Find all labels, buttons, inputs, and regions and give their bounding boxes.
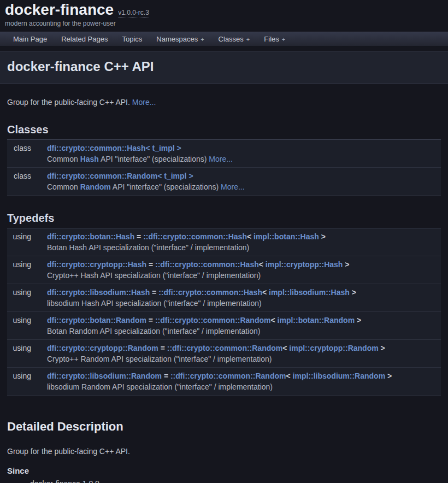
- typedef-entry: using dfi::crypto::botan::Hash = ::dfi::…: [7, 228, 441, 256]
- typedef-description: Crypto++ Random API specialization ("int…: [47, 355, 441, 363]
- class-template-args: < t_impl >: [145, 144, 181, 152]
- typedef-prototype: dfi::crypto::libsodium::Hash = ::dfi::cr…: [47, 288, 441, 297]
- typedef-name-link[interactable]: dfi::crypto::cryptopp::Hash: [47, 260, 146, 269]
- typedef-name-link[interactable]: dfi::crypto::libsodium::Random: [47, 372, 162, 380]
- spacer: [7, 382, 31, 391]
- typedef-target-link[interactable]: ::dfi::crypto::common::Random: [155, 316, 271, 325]
- class-prototype-row: class dfi::crypto::common::Random< t_imp…: [7, 168, 441, 181]
- typedef-entry: using dfi::crypto::libsodium::Random = :…: [7, 368, 441, 396]
- title-area: docker-financev1.0.0-rc.3 modern account…: [0, 0, 448, 28]
- spacer: [7, 271, 31, 280]
- class-ref-link[interactable]: Random: [80, 182, 111, 191]
- brief-text: Common: [47, 155, 78, 163]
- typedef-impl-link[interactable]: impl::cryptopp::Hash: [266, 260, 343, 269]
- typedefs-member-list: using dfi::crypto::botan::Hash = ::dfi::…: [7, 228, 441, 396]
- typedef-target-link[interactable]: ::dfi::crypto::common::Hash: [155, 260, 259, 269]
- group-intro: Group for the public-facing C++ API. Mor…: [7, 98, 441, 107]
- typedef-name-link[interactable]: dfi::crypto::botan::Hash: [47, 232, 134, 241]
- spacer: [7, 327, 31, 335]
- nav-tab-topics[interactable]: Topics: [115, 32, 149, 46]
- project-title-row: docker-financev1.0.0-rc.3: [5, 2, 448, 19]
- nav-tab-files[interactable]: Files+: [257, 32, 292, 46]
- classes-section-title: Classes: [7, 123, 441, 140]
- template-close: >: [387, 372, 392, 380]
- detailed-description-title: Detailed Description: [7, 420, 441, 434]
- typedef-description-row: libsodium Hash API specialization ("inte…: [7, 298, 441, 311]
- class-name-link[interactable]: dfi::crypto::common::Random: [47, 172, 157, 180]
- since-section: Since docker-finance 1.0.0: [7, 466, 441, 483]
- class-name-link[interactable]: dfi::crypto::common::Hash: [47, 144, 145, 152]
- typedef-keyword: using: [7, 288, 31, 297]
- detailed-description-body: Group for the public-facing C++ API.: [7, 447, 441, 456]
- typedef-keyword: using: [7, 232, 31, 241]
- typedef-description-row: Botan Hash API specialization ("interfac…: [7, 242, 441, 256]
- typedef-impl-link[interactable]: impl::libsodium::Hash: [269, 288, 350, 297]
- class-ref-link[interactable]: Hash: [80, 155, 99, 163]
- class-prototype: dfi::crypto::common::Hash< t_impl >: [47, 144, 441, 152]
- template-open: <: [282, 344, 287, 352]
- equals-sign: =: [161, 344, 165, 352]
- nav-tab-related-pages[interactable]: Related Pages: [54, 32, 115, 46]
- spacer: [7, 355, 31, 363]
- typedef-prototype-row: using dfi::crypto::cryptopp::Hash = ::df…: [7, 256, 441, 270]
- dropdown-plus-icon[interactable]: +: [246, 36, 250, 43]
- brief-text: API "interface" (specializations): [101, 155, 207, 163]
- typedef-prototype: dfi::crypto::botan::Random = ::dfi::cryp…: [47, 316, 441, 325]
- typedef-prototype-row: using dfi::crypto::libsodium::Hash = ::d…: [7, 284, 441, 298]
- typedef-description: Botan Hash API specialization ("interfac…: [47, 243, 441, 252]
- typedef-target-link[interactable]: ::dfi::crypto::common::Random: [170, 372, 286, 380]
- typedef-name-link[interactable]: dfi::crypto::botan::Random: [47, 316, 146, 325]
- class-brief: Common Hash API "interface" (specializat…: [47, 155, 441, 163]
- nav-tab-label: Namespaces: [156, 35, 198, 43]
- class-entry: class dfi::crypto::common::Random< t_imp…: [7, 168, 441, 196]
- typedef-impl-link[interactable]: impl::botan::Random: [278, 316, 355, 325]
- spacer: [7, 155, 31, 163]
- class-template-args: < t_impl >: [157, 172, 193, 180]
- more-link[interactable]: More...: [209, 155, 233, 163]
- page-title: docker-finance C++ API: [7, 59, 441, 74]
- class-prototype-row: class dfi::crypto::common::Hash< t_impl …: [7, 140, 441, 154]
- class-description-row: Common Hash API "interface" (specializat…: [7, 154, 441, 167]
- typedef-description-row: libsodium Random API specialization ("in…: [7, 381, 441, 395]
- template-open: <: [262, 288, 267, 297]
- template-open: <: [270, 316, 275, 325]
- typedef-impl-link[interactable]: impl::botan::Hash: [254, 232, 319, 241]
- typedef-keyword: using: [7, 372, 31, 380]
- dropdown-plus-icon[interactable]: +: [282, 36, 285, 43]
- project-version: v1.0.0-rc.3: [118, 9, 149, 17]
- brief-text: API "interface" (specializations): [113, 182, 219, 191]
- equals-sign: =: [152, 288, 156, 297]
- nav-tab-label: Main Page: [13, 35, 47, 43]
- equals-sign: =: [149, 316, 153, 325]
- typedef-name-link[interactable]: dfi::crypto::cryptopp::Random: [47, 344, 158, 352]
- nav-tab-namespaces[interactable]: Namespaces+: [149, 32, 211, 46]
- typedef-entry: using dfi::crypto::botan::Random = ::dfi…: [7, 312, 441, 340]
- typedef-target-link[interactable]: ::dfi::crypto::common::Hash: [143, 232, 247, 241]
- spacer: [7, 182, 31, 191]
- nav-tab-label: Files: [264, 35, 279, 43]
- nav-tab-main-page[interactable]: Main Page: [6, 32, 54, 46]
- class-entry: class dfi::crypto::common::Hash< t_impl …: [7, 140, 441, 168]
- typedef-prototype-row: using dfi::crypto::libsodium::Random = :…: [7, 368, 441, 381]
- nav-tab-list: Main Page Related Pages Topics Namespace…: [0, 32, 448, 46]
- project-name: docker-finance: [5, 1, 114, 18]
- template-close: >: [357, 316, 361, 325]
- typedef-target-link[interactable]: ::dfi::crypto::common::Random: [167, 344, 283, 352]
- nav-tab-classes[interactable]: Classes+: [211, 32, 257, 46]
- class-prototype: dfi::crypto::common::Random< t_impl >: [47, 172, 441, 180]
- typedef-impl-link[interactable]: impl::cryptopp::Random: [289, 344, 378, 352]
- typedef-impl-link[interactable]: impl::libsodium::Random: [293, 372, 386, 380]
- since-value: docker-finance 1.0.0: [30, 479, 441, 483]
- more-link[interactable]: More...: [221, 182, 245, 191]
- equals-sign: =: [149, 260, 153, 269]
- typedef-description: libsodium Hash API specialization ("inte…: [47, 299, 441, 308]
- dropdown-plus-icon[interactable]: +: [201, 36, 204, 43]
- more-link[interactable]: More...: [132, 98, 156, 107]
- typedef-prototype-row: using dfi::crypto::botan::Hash = ::dfi::…: [7, 228, 441, 242]
- equals-sign: =: [164, 372, 168, 380]
- typedef-prototype: dfi::crypto::cryptopp::Hash = ::dfi::cry…: [47, 260, 441, 269]
- typedef-name-link[interactable]: dfi::crypto::libsodium::Hash: [47, 288, 150, 297]
- typedef-target-link[interactable]: ::dfi::crypto::common::Hash: [158, 288, 262, 297]
- class-description-row: Common Random API "interface" (specializ…: [7, 181, 441, 195]
- typedef-description-row: Crypto++ Random API specialization ("int…: [7, 354, 441, 367]
